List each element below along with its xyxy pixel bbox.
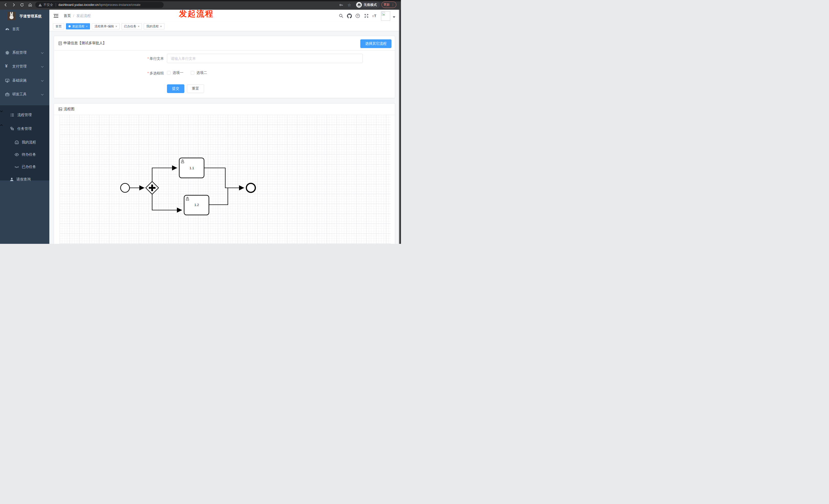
chevron-down-icon (0, 109, 3, 113)
checkbox-option-2[interactable]: 选项二 (191, 71, 207, 75)
edge-task2-merge (209, 188, 228, 205)
bpmn-diagram: 1.1 1.2 (60, 115, 391, 244)
sidebar-item-label: 流程管理 (17, 113, 32, 117)
edge-task1-end (204, 168, 244, 188)
sidebar-item-infrastructure[interactable]: 基础设施 (0, 74, 49, 87)
dashboard-icon (5, 27, 9, 31)
sidebar-item-home[interactable]: 首页 (0, 22, 49, 36)
avatar[interactable] (381, 11, 390, 21)
chevron-down-icon (41, 64, 44, 69)
browser-home-icon[interactable] (28, 2, 33, 7)
user-icon (10, 178, 14, 182)
flow-chart-card: 流程图 (54, 103, 395, 244)
bookmark-star-icon[interactable]: ☆ (347, 2, 352, 7)
window-top-strip (0, 0, 401, 1)
github-icon[interactable] (347, 13, 352, 18)
sidebar-item-payment[interactable]: ¥ 支付管理 (0, 60, 49, 73)
checkbox-icon[interactable] (167, 71, 171, 75)
sidebar-item-todo-tasks[interactable]: 待办任务 (0, 148, 49, 161)
submit-button[interactable]: 提交 (167, 84, 184, 93)
browser-back-icon[interactable] (3, 2, 8, 7)
fullscreen-icon[interactable] (364, 13, 369, 18)
avatar-caret-down-icon[interactable] (393, 16, 395, 18)
end-event-node[interactable] (247, 184, 255, 192)
flow-chart-card-header: 流程图 (54, 104, 395, 115)
reset-button[interactable]: 重置 (187, 84, 204, 93)
url-domain: dashboard.yudao.iocoder.cn (59, 3, 99, 7)
list-icon (10, 113, 14, 117)
incognito-badge: 无痕模式 (355, 1, 380, 8)
required-asterisk: * (148, 56, 149, 61)
tab-label: 首页 (56, 24, 62, 29)
app-title: 芋道管理系统 (20, 14, 42, 18)
sidebar-item-system[interactable]: 系统管理 (0, 46, 49, 60)
tab-close-icon[interactable]: × (86, 25, 87, 28)
sidebar-item-devtools[interactable]: 研发工具 (0, 87, 49, 101)
sidebar-collapse-icon[interactable] (53, 13, 59, 18)
sidebar-item-label: 基础设施 (12, 78, 27, 83)
screen: 不安全 dashboard.yudao.iocoder.cn/bpm/proce… (0, 0, 401, 244)
window-scrollbar[interactable] (399, 10, 401, 244)
browser-menu-dots-icon[interactable]: ⋮ (392, 3, 395, 7)
breadcrumb-home[interactable]: 首页 (64, 13, 71, 18)
breadcrumb-current: 发起流程 (76, 13, 91, 18)
flow-chart-title: 流程图 (64, 107, 74, 111)
font-size-icon[interactable]: TT (372, 13, 377, 18)
security-warning-icon[interactable] (38, 3, 42, 7)
svg-text:T: T (372, 15, 374, 17)
eye-icon (14, 153, 19, 157)
task-label: 1.1 (189, 166, 194, 170)
edge-gateway-task1 (152, 168, 177, 182)
apply-info-card: 申请信息【测试多审批人】 选择其它流程 *单行文本 *多选框组 选项一 选项二 … (54, 36, 395, 98)
robot-icon (14, 140, 19, 144)
tab-label: 流程表单-编辑 (94, 24, 114, 29)
sidebar-item-done-tasks[interactable]: 已办任务 (0, 160, 49, 173)
bpmn-canvas[interactable]: 1.1 1.2 (60, 115, 391, 244)
sidebar-item-label: 研发工具 (12, 92, 27, 96)
url-text[interactable]: dashboard.yudao.iocoder.cn/bpm/process-i… (59, 3, 141, 7)
tab-start-process[interactable]: 发起流程 × (66, 23, 90, 29)
parallel-gateway-node[interactable] (146, 182, 158, 194)
password-key-icon[interactable] (338, 2, 344, 7)
tab-close-icon[interactable]: × (115, 25, 117, 28)
search-icon[interactable] (338, 13, 344, 18)
user-task-node-1-2[interactable]: 1.2 (184, 195, 209, 215)
sidebar-item-label: 待办任务 (22, 152, 36, 157)
sidebar-item-leave-query[interactable]: 请假查询 (0, 173, 49, 186)
tab-process-form-edit[interactable]: 流程表单-编辑 × (92, 23, 119, 29)
single-line-text-input[interactable] (167, 54, 363, 63)
toolbox-icon (5, 92, 9, 96)
sidebar-logo-row[interactable]: 芋道管理系统 (0, 10, 49, 23)
tab-done-tasks[interactable]: 已办任务 × (121, 23, 142, 29)
app-header: 首页 / 发起流程 ? TT (49, 10, 401, 22)
required-asterisk: * (148, 71, 149, 75)
gear-icon (5, 51, 9, 55)
eye-closed-icon (14, 165, 19, 169)
sidebar-item-my-process[interactable]: 我的流程 (0, 136, 49, 149)
tab-bar: 首页 发起流程 × 流程表单-编辑 × 已办任务 × 我的流程 × (49, 22, 401, 31)
apply-info-card-header: 申请信息【测试多审批人】 (54, 36, 395, 51)
breadcrumb-separator: / (73, 14, 74, 18)
user-task-node-1-1[interactable]: 1.1 (179, 158, 204, 178)
sidebar-item-task-management[interactable]: 任务管理 (0, 122, 49, 135)
field-label-checkbox-group: *多选框组 (131, 71, 164, 76)
browser-update-button[interactable]: 更新 ⋮ (382, 2, 396, 8)
tab-close-icon[interactable]: × (138, 25, 139, 28)
image-icon (59, 107, 62, 111)
browser-forward-icon[interactable] (11, 2, 16, 7)
sidebar-item-process-management[interactable]: 流程管理 (0, 109, 49, 121)
tab-close-icon[interactable]: × (160, 25, 161, 28)
choose-other-process-button[interactable]: 选择其它流程 (360, 39, 392, 48)
browser-reload-icon[interactable] (20, 2, 25, 7)
tab-my-process[interactable]: 我的流程 × (144, 23, 164, 29)
checkbox-option-1[interactable]: 选项一 (167, 71, 183, 75)
task-label: 1.2 (194, 203, 199, 207)
tab-label: 发起流程 (72, 24, 84, 29)
help-icon[interactable]: ? (355, 13, 360, 18)
address-bar[interactable]: 不安全 dashboard.yudao.iocoder.cn/bpm/proce… (35, 2, 164, 8)
checkbox-icon[interactable] (191, 71, 194, 75)
workflow-icon (10, 127, 14, 131)
start-event-node[interactable] (121, 184, 130, 192)
breadcrumb: 首页 / 发起流程 (64, 10, 91, 22)
tab-home[interactable]: 首页 (53, 23, 64, 29)
